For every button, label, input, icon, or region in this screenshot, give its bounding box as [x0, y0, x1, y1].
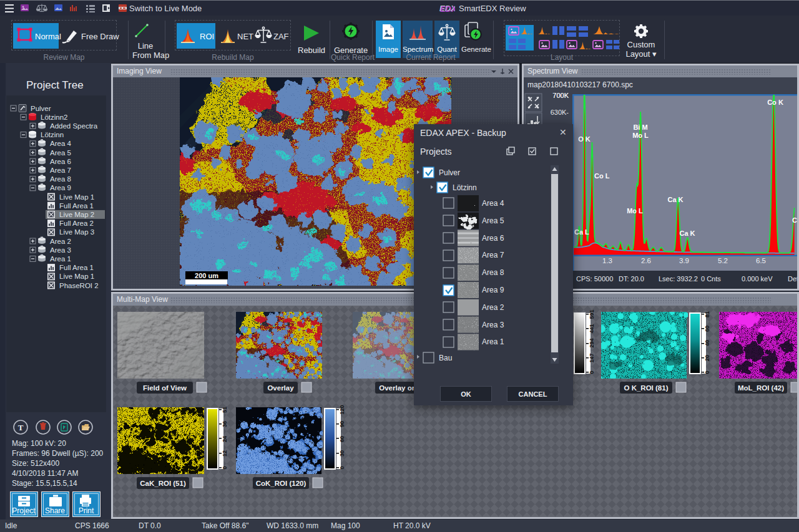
svg-text:Pulver: Pulver	[439, 168, 460, 177]
svg-text:Pulver: Pulver	[31, 105, 51, 112]
svg-text:2.6: 2.6	[641, 257, 651, 264]
svg-text:Co K: Co K	[767, 99, 783, 106]
svg-text:3.9: 3.9	[679, 257, 689, 264]
svg-text:Live Map 1: Live Map 1	[59, 273, 94, 280]
svg-text:Print: Print	[79, 506, 94, 515]
svg-text:0: 0	[339, 466, 345, 469]
svg-text:0: 0	[222, 466, 228, 469]
svg-text:CoK_ROI (120): CoK_ROI (120)	[256, 480, 306, 487]
svg-text:0: 0	[704, 370, 710, 374]
svg-text:Full Area 1: Full Area 1	[59, 202, 94, 210]
svg-text:Bau: Bau	[439, 354, 452, 362]
svg-text:Area 7: Area 7	[482, 251, 504, 259]
svg-text:Lötzinn: Lötzinn	[453, 183, 477, 192]
svg-text:Mo L: Mo L	[632, 132, 649, 139]
svg-text:591: 591	[589, 309, 595, 319]
svg-text:30: 30	[339, 450, 345, 457]
svg-text:294: 294	[589, 338, 595, 347]
svg-text:0.000 keV: 0.000 keV	[742, 275, 773, 283]
svg-text:Overlay: Overlay	[267, 384, 294, 392]
svg-text:Area 1: Area 1	[50, 255, 71, 263]
svg-text:0 Cnts: 0 Cnts	[701, 275, 721, 283]
svg-text:CPS: 50000: CPS: 50000	[576, 275, 613, 283]
svg-text:Added Spectra: Added Spectra	[50, 122, 98, 130]
svg-text:6.5: 6.5	[756, 257, 766, 264]
svg-text:36: 36	[222, 421, 228, 427]
svg-text:Ca K: Ca K	[679, 230, 695, 237]
svg-text:Area 8: Area 8	[482, 268, 504, 277]
svg-text:T: T	[18, 423, 24, 432]
svg-text:Ca L: Ca L	[574, 228, 589, 236]
svg-text:40: 40	[704, 340, 710, 346]
svg-text:MoL_ROI (42): MoL_ROI (42)	[738, 384, 784, 392]
svg-text:DT: 20.0: DT: 20.0	[619, 275, 644, 283]
svg-text:O K_ROI (81): O K_ROI (81)	[624, 384, 669, 392]
svg-text:60: 60	[704, 326, 710, 332]
svg-text:90: 90	[339, 421, 345, 427]
svg-text:20: 20	[704, 355, 710, 361]
svg-text:200 um: 200 um	[195, 272, 218, 279]
svg-text:0: 0	[589, 370, 595, 374]
svg-text:Live Map 3: Live Map 3	[59, 228, 94, 236]
svg-text:Lötzinn: Lötzinn	[41, 131, 64, 138]
svg-text:CaK_ROI (51): CaK_ROI (51)	[140, 480, 186, 487]
svg-text:EDX: EDX	[440, 4, 455, 14]
svg-text:81: 81	[704, 311, 710, 317]
svg-text:Lötzinn2: Lötzinn2	[41, 114, 67, 121]
svg-text:Co L: Co L	[594, 172, 610, 180]
svg-text:Field of View: Field of View	[143, 384, 187, 392]
svg-text:700K: 700K	[552, 92, 569, 99]
svg-text:12: 12	[222, 450, 228, 457]
svg-text:Area 6: Area 6	[482, 234, 504, 243]
svg-text:Area 7: Area 7	[50, 167, 71, 174]
svg-text:1.3: 1.3	[602, 257, 612, 264]
svg-text:51: 51	[222, 407, 228, 413]
svg-text:Bi M: Bi M	[633, 123, 647, 131]
svg-text:Full Area 1: Full Area 1	[59, 264, 94, 271]
svg-text:Co: Co	[792, 216, 797, 224]
svg-text:147: 147	[589, 353, 595, 362]
svg-text:Overlay on: Overlay on	[379, 384, 416, 392]
svg-text:441: 441	[589, 324, 595, 333]
svg-text:Mo L: Mo L	[627, 207, 643, 215]
svg-text:Area 2: Area 2	[50, 238, 71, 245]
svg-text:Area 5: Area 5	[482, 216, 504, 225]
svg-text:Full Area 2: Full Area 2	[59, 220, 94, 227]
svg-text:Live Map 1: Live Map 1	[59, 193, 94, 201]
svg-text:Area 9: Area 9	[482, 286, 504, 294]
svg-text:Live Map 2: Live Map 2	[59, 211, 94, 218]
svg-text:630K-: 630K-	[551, 109, 569, 116]
svg-text:Area 4: Area 4	[50, 140, 71, 147]
svg-text:Project: Project	[12, 506, 36, 515]
svg-text:map20180410103217 6700.spc: map20180410103217 6700.spc	[527, 80, 633, 89]
svg-text:120: 120	[339, 405, 345, 414]
svg-text:Area 5: Area 5	[50, 149, 71, 157]
svg-text:PhaseROI 2: PhaseROI 2	[59, 282, 99, 289]
svg-text:Area 2: Area 2	[482, 303, 504, 312]
svg-text:Lsec: 3932.2: Lsec: 3932.2	[659, 275, 698, 283]
svg-text:O K: O K	[578, 135, 591, 143]
svg-text:Area 1: Area 1	[482, 337, 504, 346]
svg-text:60: 60	[339, 436, 345, 442]
svg-text:Det:: Det:	[788, 275, 797, 283]
svg-text:Area 8: Area 8	[50, 175, 71, 183]
svg-text:Area 3: Area 3	[482, 321, 504, 329]
svg-text:Share: Share	[45, 506, 65, 515]
svg-text:Ca K: Ca K	[667, 196, 683, 203]
svg-text:24: 24	[222, 436, 228, 442]
svg-text:Area 9: Area 9	[50, 184, 71, 191]
svg-text:Area 3: Area 3	[50, 246, 71, 254]
svg-text:Area 4: Area 4	[482, 199, 504, 208]
svg-text:5.2: 5.2	[718, 257, 728, 264]
svg-text:Area 6: Area 6	[50, 158, 71, 165]
